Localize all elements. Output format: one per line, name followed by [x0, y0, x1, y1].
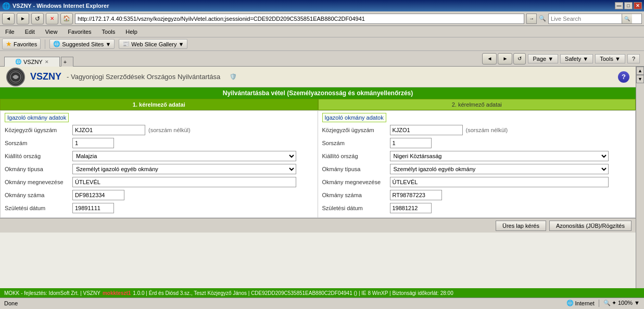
zoom-button[interactable]: 🔍 ✦ 100% ▼ — [603, 300, 640, 306]
help-button[interactable]: ? — [627, 54, 640, 63]
browser-toolbar: 🌐 VSZNY ✕ + ◄ ► ↺ Page ▼ Safety ▼ Tools … — [0, 51, 644, 67]
form-row-okmany-tipus-1: Okmány típusa Személyt igazoló egyéb okm… — [5, 163, 313, 175]
menu-favorites[interactable]: Favorites — [65, 28, 94, 36]
kiallito-select-1[interactable]: Malajzia — [72, 151, 296, 161]
form-row-szuletesi-2: Születési dátum — [322, 202, 632, 214]
form-row-okmany-megn-2: Okmány megnevezése — [322, 176, 632, 188]
address-bar: ◄ ► ↺ ✕ 🏠 → 🔍 🔍 — [0, 11, 644, 26]
scroll-up-button[interactable]: ▲ — [636, 67, 644, 75]
kozjegyzoi-input-2[interactable] — [390, 125, 463, 135]
form-row-okmany-szama-2: Okmány száma — [322, 189, 632, 201]
form-row-okmany-tipus-2: Okmány típusa Személyt igazoló egyéb okm… — [322, 163, 632, 175]
kozjegyzoi-label-2: Közjegyzői ügyszám — [322, 127, 390, 133]
scroll-down-button[interactable]: ▼ — [636, 75, 644, 83]
okmany-tipus-label-2: Okmány típusa — [322, 166, 390, 172]
maximize-button[interactable]: □ — [624, 2, 633, 9]
status-red-text: mokkteszt1 — [103, 290, 131, 296]
tab-vszny[interactable]: 🌐 VSZNY ✕ — [4, 57, 60, 67]
coat-of-arms-icon: 🛡️ — [230, 73, 237, 80]
page-content: VSZNY - Vagyonjogi Szerződések Országos … — [0, 67, 636, 233]
scrollbar[interactable]: ▲ ▼ — [636, 67, 644, 288]
tab-kerelmező2[interactable]: 2. kérelmező adatai — [318, 99, 636, 110]
kozjegyzoi-input-1[interactable] — [72, 125, 145, 135]
help-circle-button[interactable]: ? — [618, 71, 629, 83]
toolbar-forward[interactable]: ► — [498, 53, 512, 65]
menu-tools[interactable]: Tools — [99, 28, 119, 36]
stop-button[interactable]: ✕ — [46, 13, 58, 24]
tab-kerelmező1[interactable]: 1. kérelmező adatai — [0, 99, 318, 110]
search-submit-button[interactable]: 🔍 — [622, 14, 632, 23]
okmany-tipus-select-2[interactable]: Személyt igazoló egyéb okmány — [390, 164, 609, 174]
tab-icon: 🌐 — [15, 59, 21, 65]
okmany-tipus-label-1: Okmány típusa — [5, 166, 72, 172]
okmany-szama-input-1[interactable] — [72, 190, 124, 200]
toolbar-refresh[interactable]: ↺ — [513, 53, 526, 65]
back-button[interactable]: ◄ — [2, 13, 15, 24]
okmany-szama-label-1: Okmány száma — [5, 192, 72, 198]
ie-status-right: 🌐 Internet 🔍 ✦ 100% ▼ — [566, 300, 640, 307]
safety-menu-button[interactable]: Safety ▼ — [560, 54, 593, 63]
new-tab-icon: + — [64, 59, 67, 65]
title-bar: 🌐 VSZNY - Windows Internet Explorer — □ … — [0, 0, 644, 11]
form-container: Igazoló okmány adatok Közjegyzői ügyszám… — [0, 110, 636, 218]
favorites-label: Favorites — [14, 41, 37, 47]
search-input[interactable] — [549, 16, 622, 22]
form-row-okmany-szama-1: Okmány száma — [5, 189, 313, 201]
web-slice-button[interactable]: 📰 Web Slice Gallery ▼ — [119, 39, 187, 49]
app-logo — [6, 68, 25, 86]
szuletesi-input-1[interactable] — [72, 203, 114, 213]
menu-view[interactable]: View — [42, 28, 61, 36]
tab-new[interactable]: + — [61, 57, 73, 67]
internet-zone: 🌐 Internet — [566, 300, 595, 306]
suggested-sites-button[interactable]: 🌐 Suggested Sites ▼ — [49, 39, 115, 49]
form-row-sorszam-1: Sorszám — [5, 137, 313, 149]
sorszam-nkl-2: (sorszám nélkül) — [466, 127, 508, 133]
kiallito-select-2[interactable]: Nigeri Köztársaság — [390, 151, 609, 161]
sorszam-input-2[interactable] — [390, 138, 432, 148]
tools-menu-button[interactable]: Tools ▼ — [595, 54, 625, 63]
page-menu-button[interactable]: Page ▼ — [528, 54, 558, 63]
globe-status-icon: 🌐 — [566, 300, 574, 306]
okmany-tipus-select-1[interactable]: Személyt igazoló egyéb okmány — [72, 164, 296, 174]
igazolo-label-1: Igazoló okmány adatok — [5, 113, 69, 122]
minimize-button[interactable]: — — [615, 2, 623, 9]
okmany-szama-input-2[interactable] — [390, 190, 442, 200]
menu-help[interactable]: Help — [122, 28, 141, 36]
toolbar-back[interactable]: ◄ — [482, 53, 497, 65]
home-button[interactable]: 🏠 — [60, 13, 73, 24]
refresh-button[interactable]: ↺ — [31, 13, 44, 24]
tab-close-icon[interactable]: ✕ — [45, 59, 49, 65]
sorszam-input-1[interactable] — [72, 138, 114, 148]
azonositas-button[interactable]: Azonosítás (JÜB)/Rögzítés — [549, 221, 632, 231]
status-text: MOKK - fejlesztés: IdomSoft Zrt. | VSZNY — [4, 290, 100, 296]
toolbar-right: ◄ ► ↺ Page ▼ Safety ▼ Tools ▼ ? — [482, 53, 640, 65]
sorszam-label-1: Sorszám — [5, 140, 72, 146]
szuletesi-input-2[interactable] — [390, 203, 432, 213]
search-box: 🔍 — [548, 14, 642, 24]
menu-edit[interactable]: Edit — [22, 28, 38, 36]
favorites-button[interactable]: ★ Favorites — [2, 38, 41, 49]
form-title: Nyilvántartásba vétel (Személyazonosság … — [223, 89, 413, 97]
app-subtitle: - Vagyonjogi Szerződések Országos Nyilvá… — [67, 73, 220, 81]
ures-lap-button[interactable]: Üres lap kérés — [496, 221, 546, 231]
tab-vszny-label: VSZNY — [23, 59, 43, 65]
kiallito-label-1: Kiállító ország — [5, 153, 72, 159]
okmany-megn-input-1[interactable] — [72, 177, 296, 187]
window-title: VSZNY - Windows Internet Explorer — [12, 3, 109, 9]
status-bar: MOKK - fejlesztés: IdomSoft Zrt. | VSZNY… — [0, 288, 644, 298]
go-button[interactable]: → — [526, 14, 537, 24]
form-row-kiallito-1: Kiállító ország Malajzia — [5, 150, 313, 162]
globe-icon: 🌐 — [53, 41, 60, 47]
status-divider — [599, 300, 599, 307]
url-input[interactable] — [75, 14, 524, 24]
okmany-szama-label-2: Okmány száma — [322, 192, 390, 198]
menu-file[interactable]: File — [2, 28, 18, 36]
kiallito-label-2: Kiállító ország — [322, 153, 390, 159]
okmany-megn-input-2[interactable] — [390, 177, 609, 187]
suggested-sites-label: Suggested Sites ▼ — [62, 41, 111, 47]
close-button[interactable]: ✕ — [634, 2, 642, 9]
okmany-megn-label-2: Okmány megnevezése — [322, 179, 390, 185]
title-bar-left: 🌐 VSZNY - Windows Internet Explorer — [2, 2, 109, 10]
form-row-szuletesi-1: Születési dátum — [5, 202, 313, 214]
forward-button[interactable]: ► — [17, 13, 29, 24]
